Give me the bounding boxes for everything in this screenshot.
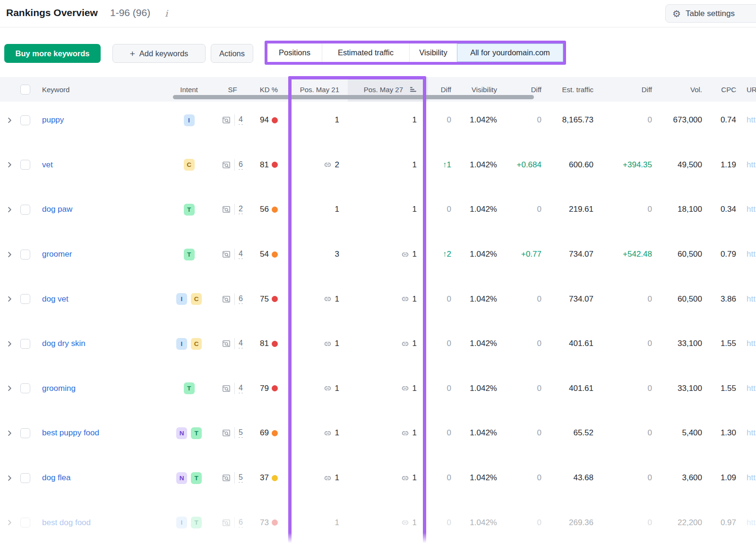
- url-link[interactable]: htt: [747, 518, 756, 528]
- url-link[interactable]: htt: [747, 160, 756, 170]
- expand-chevron-icon[interactable]: [6, 430, 13, 437]
- serp-features-count[interactable]: 6: [239, 518, 243, 528]
- url-link[interactable]: htt: [747, 384, 756, 393]
- visibility-diff-value: 0: [537, 339, 541, 348]
- pos-diff-cell: 0: [417, 294, 451, 304]
- visibility-value: 1.042%: [470, 294, 497, 304]
- serp-features-count[interactable]: 6: [239, 294, 243, 304]
- url-link[interactable]: htt: [747, 205, 756, 214]
- row-checkbox[interactable]: [20, 383, 30, 393]
- url-link[interactable]: htt: [747, 115, 756, 125]
- visibility-value: 1.042%: [470, 428, 497, 438]
- serp-link-icon[interactable]: [401, 295, 409, 303]
- serp-link-icon[interactable]: [324, 340, 332, 348]
- row-checkbox[interactable]: [20, 294, 30, 304]
- row-checkbox[interactable]: [20, 339, 30, 349]
- visibility-cell: 1.042%: [451, 428, 497, 438]
- col-header-cpc[interactable]: CPC: [702, 77, 736, 102]
- keyword-link[interactable]: grooming: [42, 384, 76, 393]
- expand-chevron-icon[interactable]: [6, 385, 13, 392]
- cpc-cell: 3.86: [702, 294, 736, 304]
- keyword-link[interactable]: dog vet: [42, 294, 69, 304]
- expand-chevron-icon[interactable]: [6, 295, 13, 303]
- kd-cell: 56: [253, 205, 279, 214]
- add-keywords-button[interactable]: + Add keywords: [112, 44, 206, 63]
- serp-features-count[interactable]: 4: [239, 339, 243, 348]
- kd-value: 73: [260, 518, 269, 528]
- serp-features-count[interactable]: 6: [239, 160, 243, 170]
- url-link[interactable]: htt: [747, 339, 756, 348]
- col-header-est-traffic[interactable]: Est. traffic: [541, 77, 593, 102]
- keyword-link[interactable]: best puppy food: [42, 428, 99, 438]
- row-checkbox[interactable]: [20, 518, 30, 528]
- kd-value: 69: [260, 428, 269, 438]
- expand-chevron-icon[interactable]: [6, 251, 13, 258]
- serp-link-icon[interactable]: [401, 519, 409, 527]
- expand-chevron-icon[interactable]: [6, 475, 13, 482]
- serp-link-icon[interactable]: [401, 340, 409, 348]
- serp-features-count[interactable]: 4: [239, 384, 243, 393]
- cpc-value: 1.09: [721, 473, 736, 483]
- traffic-diff-cell: 0: [593, 294, 652, 304]
- url-link[interactable]: htt: [747, 473, 756, 483]
- pos-diff-value: ↑2: [443, 250, 451, 259]
- serp-features-icon: [222, 116, 231, 124]
- pos-may27-value: 1: [412, 339, 417, 348]
- row-checkbox[interactable]: [20, 473, 30, 483]
- col-header-url[interactable]: URL: [736, 77, 756, 102]
- serp-link-icon[interactable]: [401, 384, 409, 392]
- serp-features-count[interactable]: 4: [239, 115, 243, 125]
- row-checkbox[interactable]: [20, 250, 30, 260]
- volume-cell: 49,500: [652, 160, 702, 170]
- col-header-keyword[interactable]: Keyword: [31, 77, 166, 102]
- expand-chevron-icon[interactable]: [6, 117, 13, 124]
- serp-link-icon[interactable]: [324, 295, 332, 303]
- keyword-link[interactable]: groomer: [42, 250, 72, 259]
- url-link[interactable]: htt: [747, 294, 756, 304]
- serp-link-icon[interactable]: [324, 474, 332, 482]
- tab-all-for-yourdomain[interactable]: All for yourdomain.com: [457, 43, 563, 62]
- expand-chevron-icon[interactable]: [6, 161, 13, 168]
- expand-chevron-icon[interactable]: [6, 206, 13, 213]
- intent-badge-T: T: [184, 249, 195, 260]
- table-settings-button[interactable]: ⚙ Table settings: [665, 4, 756, 23]
- horizontal-scrollbar[interactable]: [173, 95, 534, 99]
- serp-link-icon[interactable]: [401, 429, 409, 437]
- row-checkbox[interactable]: [20, 160, 30, 170]
- keyword-link[interactable]: best dog food: [42, 518, 91, 528]
- url-link[interactable]: htt: [747, 428, 756, 438]
- serp-features-count[interactable]: 5: [239, 428, 243, 438]
- serp-link-icon[interactable]: [324, 429, 332, 437]
- tab-estimated-traffic[interactable]: Estimated traffic: [322, 43, 410, 62]
- serp-features-count[interactable]: 2: [239, 205, 243, 214]
- keyword-link[interactable]: dog flea: [42, 473, 71, 483]
- volume-value: 18,100: [678, 205, 702, 214]
- actions-button[interactable]: Actions: [211, 44, 253, 63]
- serp-features-count[interactable]: 4: [239, 250, 243, 259]
- tab-visibility[interactable]: Visibility: [410, 43, 457, 62]
- header-chevron-spacer: [5, 77, 16, 102]
- keyword-link[interactable]: vet: [42, 160, 53, 170]
- row-checkbox[interactable]: [20, 115, 30, 125]
- row-checkbox[interactable]: [20, 205, 30, 215]
- serp-link-icon[interactable]: [401, 251, 409, 259]
- col-header-traffic-diff[interactable]: Diff: [593, 77, 652, 102]
- info-icon[interactable]: i: [165, 8, 168, 18]
- keyword-link[interactable]: dog dry skin: [42, 339, 86, 348]
- sf-divider: [234, 472, 235, 484]
- buy-more-keywords-button[interactable]: Buy more keywords: [4, 44, 101, 63]
- serp-link-icon[interactable]: [324, 384, 332, 392]
- serp-link-icon[interactable]: [324, 161, 332, 169]
- col-header-volume[interactable]: Vol.: [652, 77, 702, 102]
- serp-features-count[interactable]: 5: [239, 473, 243, 483]
- row-checkbox[interactable]: [20, 428, 30, 438]
- keyword-link[interactable]: dog paw: [42, 205, 72, 214]
- keyword-link[interactable]: puppy: [42, 115, 64, 125]
- expand-chevron-icon[interactable]: [6, 519, 13, 526]
- select-all-checkbox[interactable]: [20, 85, 30, 95]
- pos-may27-value: 1: [412, 205, 417, 214]
- expand-chevron-icon[interactable]: [6, 340, 13, 347]
- url-link[interactable]: htt: [747, 250, 756, 259]
- serp-link-icon[interactable]: [401, 474, 409, 482]
- tab-positions[interactable]: Positions: [267, 43, 322, 62]
